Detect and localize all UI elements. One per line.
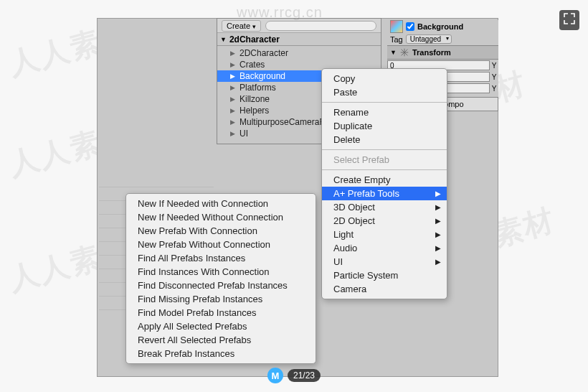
object-name: Background xyxy=(417,22,463,31)
menu-item-label: Rename xyxy=(333,107,369,118)
menu-item-new-if-needed-without-connection[interactable]: New If Needed Without Connection xyxy=(126,210,316,224)
menu-item-label: Find Disconnected Prefab Instances xyxy=(138,280,288,291)
menu-item-label: Find All Prefabs Instances xyxy=(138,253,245,263)
tag-label: Tag xyxy=(390,35,403,44)
menu-item-3d-object[interactable]: 3D Object▶ xyxy=(322,200,447,214)
menu-item-find-missing-prefab-instances[interactable]: Find Missing Prefab Instances xyxy=(126,292,316,306)
submenu-arrow-icon: ▶ xyxy=(435,203,441,211)
menu-item-label: Revert All Selected Prefabs xyxy=(138,335,251,345)
menu-item-label: Camera xyxy=(333,284,366,294)
menu-item-find-model-prefab-instances[interactable]: Find Model Prefab Instances xyxy=(126,306,316,319)
menu-item-copy[interactable]: Copy xyxy=(322,72,447,85)
menu-item-camera[interactable]: Camera xyxy=(322,282,447,296)
menu-item-label: Apply All Selected Prefabs xyxy=(138,321,247,332)
triangle-right-icon: ▶ xyxy=(230,130,236,137)
triangle-right-icon: ▶ xyxy=(230,107,236,114)
menu-item-particle-system[interactable]: Particle System xyxy=(322,269,447,282)
menu-item-ui[interactable]: UI▶ xyxy=(322,255,447,269)
fullscreen-button[interactable] xyxy=(559,10,579,30)
menu-item-label: A+ Prefab Tools xyxy=(333,188,399,199)
hierarchy-item-label: Crates xyxy=(240,60,265,70)
menu-item-find-disconnected-prefab-instances[interactable]: Find Disconnected Prefab Instances xyxy=(126,279,316,292)
submenu-arrow-icon: ▶ xyxy=(435,190,441,197)
menu-item-new-prefab-without-connection[interactable]: New Prefab Without Connection xyxy=(126,238,316,251)
menu-item-find-instances-with-connection[interactable]: Find Instances With Connection xyxy=(126,265,316,279)
submenu-arrow-icon: ▶ xyxy=(435,244,441,252)
menu-item-a-prefab-tools[interactable]: A+ Prefab Tools▶ xyxy=(322,187,447,200)
menu-item-2d-object[interactable]: 2D Object▶ xyxy=(322,214,447,228)
dropdown-arrow-icon: ▾ xyxy=(252,23,256,30)
menu-item-label: New If Needed with Connection xyxy=(138,198,268,209)
triangle-right-icon: ▶ xyxy=(230,73,236,80)
scene-name: 2dCharacter xyxy=(229,34,280,45)
axis-label: Y xyxy=(490,62,498,70)
axis-label: Y xyxy=(490,85,498,93)
menu-item-find-all-prefabs-instances[interactable]: Find All Prefabs Instances xyxy=(126,251,316,265)
menu-item-label: UI xyxy=(333,256,343,267)
menu-item-paste[interactable]: Paste xyxy=(322,85,447,99)
menu-item-label: Delete xyxy=(333,134,361,145)
triangle-right-icon: ▶ xyxy=(230,50,236,57)
hierarchy-toolbar: Create ▾ xyxy=(217,19,381,33)
active-checkbox[interactable] xyxy=(406,22,414,31)
menu-item-label: 3D Object xyxy=(333,202,375,213)
create-button[interactable]: Create ▾ xyxy=(222,20,261,32)
hierarchy-item-label: MultipurposeCameraRig xyxy=(240,117,332,127)
menu-item-label: Create Empty xyxy=(333,174,390,185)
axis-label: Y xyxy=(490,73,498,81)
hierarchy-item-label: Helpers xyxy=(240,106,269,116)
transform-header[interactable]: ▼ Transform xyxy=(387,45,498,60)
scene-header[interactable]: ▼ 2dCharacter xyxy=(217,33,381,46)
menu-item-select-prefab: Select Prefab xyxy=(322,153,447,167)
menu-item-label: Find Instances With Connection xyxy=(138,266,270,277)
menu-item-audio[interactable]: Audio▶ xyxy=(322,241,447,255)
object-icon xyxy=(390,20,403,33)
menu-item-apply-all-selected-prefabs[interactable]: Apply All Selected Prefabs xyxy=(126,319,316,333)
triangle-right-icon: ▶ xyxy=(230,95,236,103)
hierarchy-search-input[interactable] xyxy=(265,21,376,31)
triangle-down-icon: ▼ xyxy=(220,36,227,43)
menu-separator xyxy=(322,102,447,103)
menu-item-label: New Prefab With Connection xyxy=(138,225,257,236)
submenu-arrow-icon: ▶ xyxy=(435,258,441,266)
hierarchy-item-label: Background xyxy=(240,71,285,81)
menu-item-label: Break Prefab Instances xyxy=(138,348,234,359)
menu-item-label: Particle System xyxy=(333,270,398,281)
menu-item-label: Copy xyxy=(333,73,355,84)
menu-item-duplicate[interactable]: Duplicate xyxy=(322,119,447,133)
triangle-down-icon: ▼ xyxy=(390,49,397,56)
menu-item-label: Find Missing Prefab Instances xyxy=(138,294,262,304)
page-indicator: 21/23 xyxy=(288,369,321,382)
menu-item-label: New If Needed Without Connection xyxy=(138,212,283,223)
menu-item-label: Paste xyxy=(333,87,357,98)
submenu-arrow-icon: ▶ xyxy=(435,230,441,238)
hierarchy-item-label: UI xyxy=(240,129,248,139)
menu-item-create-empty[interactable]: Create Empty xyxy=(322,173,447,187)
hierarchy-item-label: Killzone xyxy=(240,94,270,104)
hierarchy-item-2dcharacter[interactable]: ▶2DCharacter xyxy=(217,47,381,59)
logo-icon: M xyxy=(267,368,283,383)
menu-item-label: Light xyxy=(333,229,354,240)
menu-item-revert-all-selected-prefabs[interactable]: Revert All Selected Prefabs xyxy=(126,333,316,347)
menu-item-break-prefab-instances[interactable]: Break Prefab Instances xyxy=(126,347,316,360)
menu-separator xyxy=(322,149,447,150)
hierarchy-item-label: Platforms xyxy=(240,83,276,93)
menu-item-rename[interactable]: Rename xyxy=(322,106,447,119)
menu-separator xyxy=(322,169,447,170)
menu-item-label: New Prefab Without Connection xyxy=(138,239,270,250)
triangle-right-icon: ▶ xyxy=(230,84,236,91)
menu-item-label: Find Model Prefab Instances xyxy=(138,307,256,318)
triangle-right-icon: ▶ xyxy=(230,61,236,68)
menu-item-new-if-needed-with-connection[interactable]: New If Needed with Connection xyxy=(126,197,316,210)
triangle-right-icon: ▶ xyxy=(230,118,236,126)
menu-item-delete[interactable]: Delete xyxy=(322,133,447,146)
transform-label: Transform xyxy=(412,48,451,57)
expand-icon xyxy=(564,13,575,27)
menu-item-new-prefab-with-connection[interactable]: New Prefab With Connection xyxy=(126,224,316,238)
pager: M 21/23 xyxy=(267,368,321,383)
menu-item-label: Audio xyxy=(333,243,357,253)
menu-item-light[interactable]: Light▶ xyxy=(322,228,447,241)
create-label: Create xyxy=(227,22,250,30)
tag-dropdown[interactable]: Untagged xyxy=(406,34,452,44)
menu-item-label: 2D Object xyxy=(333,215,375,226)
